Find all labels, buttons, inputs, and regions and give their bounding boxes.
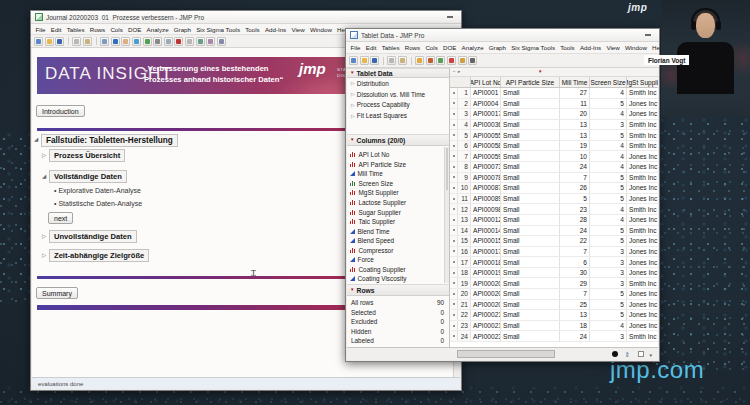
zoom-icon[interactable] — [100, 37, 109, 46]
cell[interactable]: 5 — [590, 99, 627, 109]
row-marker-cell[interactable] — [450, 162, 458, 172]
cell[interactable]: Jones Inc — [627, 300, 658, 310]
row-marker-cell[interactable] — [450, 331, 458, 341]
row-marker-cell[interactable] — [450, 194, 458, 204]
open-folder-icon[interactable] — [415, 56, 424, 65]
cell[interactable]: Small — [501, 321, 560, 331]
cell[interactable]: 4 — [590, 109, 627, 119]
table-row[interactable]: 4API00036Small133Smith Inc — [450, 120, 658, 131]
cell[interactable]: Smith Inc — [627, 226, 658, 236]
cell[interactable]: Jones Inc — [627, 183, 658, 193]
new-icon[interactable] — [349, 56, 358, 65]
row-number-cell[interactable]: 4 — [458, 120, 471, 130]
minimize-button[interactable] — [447, 16, 453, 18]
cell[interactable]: Small — [501, 88, 560, 98]
table-row[interactable]: 14API000147Small245Smith Inc — [450, 226, 658, 237]
cell[interactable]: 5 — [590, 194, 627, 204]
column-item-api-particle-size[interactable]: API Particle Size — [347, 160, 449, 170]
analysis-item-fit-least-squares[interactable]: ▷Fit Least Squares — [347, 110, 449, 121]
row-marker-cell[interactable] — [450, 236, 458, 246]
row-number-cell[interactable]: 23 — [458, 321, 471, 331]
red-triangle-icon[interactable]: ▼ — [350, 71, 354, 76]
cell[interactable]: 3 — [590, 247, 627, 257]
next-button[interactable]: next — [48, 212, 73, 224]
table-row[interactable]: 2API0004Small115Jones Inc — [450, 99, 658, 110]
cell[interactable]: Small — [501, 194, 560, 204]
arrow-cursor-icon[interactable] — [153, 37, 162, 46]
row-marker-cell[interactable] — [450, 141, 458, 151]
open-icon[interactable] — [360, 56, 369, 65]
cell[interactable]: 3 — [590, 120, 627, 130]
cell[interactable]: Small — [501, 226, 560, 236]
columns-red-triangle-icon[interactable]: ▼ — [538, 70, 542, 75]
cell[interactable]: Smith Inc — [627, 204, 658, 214]
menu-item-tools[interactable]: Tools — [243, 26, 263, 33]
help-icon[interactable] — [111, 37, 120, 46]
cell[interactable]: 7 — [560, 289, 590, 299]
cell[interactable]: API000154 — [471, 236, 501, 246]
cell[interactable]: Jones Inc — [627, 162, 658, 172]
cell[interactable]: Smith Inc — [627, 120, 658, 130]
magnifier-icon[interactable] — [164, 37, 173, 46]
menu-item-edit[interactable]: Edit — [363, 44, 379, 51]
dropdown-arrow-icon[interactable]: ▾ — [649, 351, 652, 360]
cell[interactable]: 4 — [590, 141, 627, 151]
column-header-mgst-supplier[interactable]: MgSt Supplier — [627, 77, 658, 87]
table-row[interactable]: 22API000213Small135Jones Inc — [450, 310, 658, 321]
menu-item-graph[interactable]: Graph — [486, 44, 508, 51]
table-row[interactable]: 10API00087Small265Jones Inc — [450, 183, 658, 194]
column-item-blend-speed[interactable]: Blend Speed — [347, 236, 449, 246]
cell[interactable]: 25 — [560, 300, 590, 310]
row-number-cell[interactable]: 10 — [458, 183, 471, 193]
cell[interactable]: Jones Inc — [627, 236, 658, 246]
cell[interactable]: Jones Inc — [627, 289, 658, 299]
row-number-cell[interactable]: 16 — [458, 247, 471, 257]
cell[interactable]: Small — [501, 141, 560, 151]
cell[interactable]: Jones Inc — [627, 99, 658, 109]
cell[interactable]: 3 — [590, 257, 627, 267]
cell[interactable]: Small — [501, 215, 560, 225]
cell[interactable]: 24 — [560, 226, 590, 236]
paste-icon[interactable] — [83, 37, 92, 46]
open-icon[interactable] — [45, 37, 54, 46]
menu-item-window[interactable]: Window — [622, 44, 649, 51]
cell[interactable]: 20 — [560, 109, 590, 119]
cell[interactable]: API0001 — [471, 88, 501, 98]
cell[interactable]: API000236 — [471, 331, 501, 341]
cell[interactable]: 23 — [560, 204, 590, 214]
row-marker-cell[interactable] — [450, 88, 458, 98]
cell[interactable]: 5 — [590, 300, 627, 310]
cell[interactable]: Jones Inc — [627, 310, 658, 320]
menu-item-rows[interactable]: Rows — [87, 26, 108, 33]
cell[interactable]: Jones Inc — [627, 321, 658, 331]
cell[interactable]: 11 — [560, 99, 590, 109]
cell[interactable]: API00036 — [471, 120, 501, 130]
cell[interactable]: API000198 — [471, 268, 501, 278]
cell[interactable]: 4 — [590, 204, 627, 214]
cell[interactable]: API00073 — [471, 162, 501, 172]
cell[interactable]: 4 — [590, 151, 627, 161]
menu-item-file[interactable]: File — [33, 26, 48, 33]
cell[interactable]: API000181 — [471, 257, 501, 267]
table-row[interactable]: 20API000202Small75Jones Inc — [450, 289, 658, 300]
analysis-item-dissolution-vs-mill-time[interactable]: ▷Dissolution vs. Mill Time — [347, 89, 449, 100]
analysis-item-process-capability[interactable]: ▷Process Capability — [347, 100, 449, 111]
cell[interactable]: Small — [501, 289, 560, 299]
row-number-cell[interactable]: 2 — [458, 99, 471, 109]
cell[interactable]: 13 — [560, 130, 590, 140]
horizontal-scrollbar[interactable]: ⇕ ▾ — [347, 347, 658, 360]
menu-item-six-sigma-tools[interactable]: Six Sigma Tools — [194, 26, 243, 33]
cell[interactable]: API000147 — [471, 226, 501, 236]
cell[interactable]: Jones Inc — [627, 215, 658, 225]
menu-item-rows[interactable]: Rows — [402, 44, 423, 51]
row-marker-cell[interactable] — [450, 130, 458, 140]
copy-icon[interactable] — [72, 37, 81, 46]
cell[interactable]: Smith Inc — [627, 331, 658, 341]
column-item-blend-time[interactable]: Blend Time — [347, 226, 449, 236]
grid-header-corner[interactable] — [450, 77, 471, 87]
menu-item-six-sigma-tools[interactable]: Six Sigma Tools — [509, 44, 558, 51]
cell[interactable]: 30 — [560, 268, 590, 278]
menu-item-edit[interactable]: Edit — [48, 26, 64, 33]
table-row[interactable]: 18API000198Small303Jones Inc — [450, 268, 658, 279]
table-row[interactable]: 21API000203Small255Jones Inc — [450, 300, 658, 311]
